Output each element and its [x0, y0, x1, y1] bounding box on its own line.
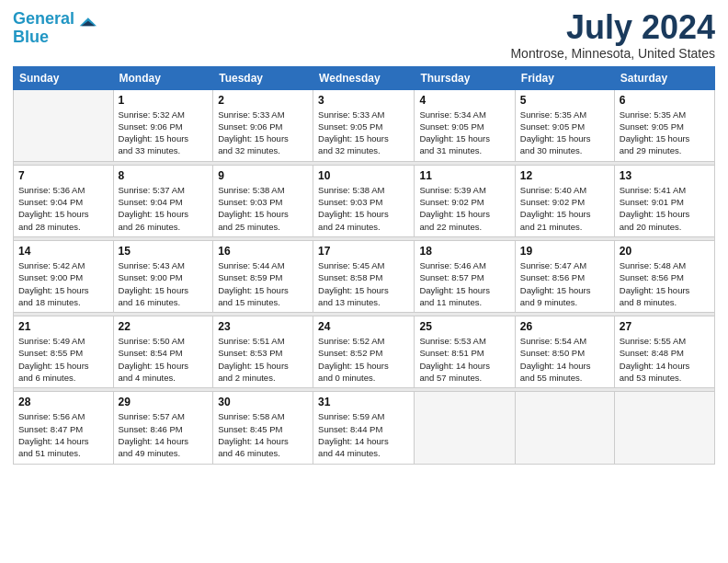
sunset-text: Sunset: 9:06 PM: [218, 121, 308, 132]
daylight-hours: and 8 minutes.: [620, 296, 710, 308]
day-info: Sunrise: 5:34 AMSunset: 9:05 PMDaylight:…: [419, 109, 509, 157]
calendar-title: July 2024: [510, 9, 715, 46]
day-info: Sunrise: 5:48 AMSunset: 8:56 PMDaylight:…: [620, 259, 710, 308]
daylight-hours: and 15 minutes.: [218, 296, 308, 308]
daylight-hours: and 44 minutes.: [318, 447, 409, 459]
table-row: 16Sunrise: 5:44 AMSunset: 8:59 PMDayligh…: [213, 240, 313, 312]
sunset-text: Sunset: 8:56 PM: [620, 271, 710, 283]
sunset-text: Sunset: 9:00 PM: [119, 271, 209, 283]
day-info: Sunrise: 5:58 AMSunset: 8:45 PMDaylight:…: [218, 410, 308, 459]
daylight-hours: and 11 minutes.: [419, 296, 509, 308]
sunset-text: Sunset: 8:44 PM: [318, 423, 409, 435]
sunrise-text: Sunrise: 5:33 AM: [318, 109, 409, 121]
day-number: 5: [520, 94, 609, 107]
table-row: [415, 392, 515, 464]
sunset-text: Sunset: 9:02 PM: [520, 196, 609, 208]
daylight-hours: and 30 minutes.: [520, 144, 609, 156]
sunrise-text: Sunrise: 5:43 AM: [119, 259, 209, 271]
table-row: 15Sunrise: 5:43 AMSunset: 9:00 PMDayligh…: [113, 240, 213, 312]
sunrise-text: Sunrise: 5:35 AM: [620, 109, 710, 121]
daylight-hours: and 24 minutes.: [318, 221, 409, 233]
day-number: 7: [18, 169, 108, 182]
sunrise-text: Sunrise: 5:52 AM: [318, 335, 409, 347]
daylight-text: Daylight: 15 hours: [218, 208, 308, 220]
table-row: 28Sunrise: 5:56 AMSunset: 8:47 PMDayligh…: [14, 392, 114, 464]
day-number: 6: [620, 94, 710, 107]
sunrise-text: Sunrise: 5:54 AM: [520, 335, 609, 347]
daylight-text: Daylight: 15 hours: [318, 360, 409, 372]
day-info: Sunrise: 5:52 AMSunset: 8:52 PMDaylight:…: [318, 335, 409, 384]
calendar-header-row: Sunday Monday Tuesday Wednesday Thursday…: [14, 66, 715, 89]
sunset-text: Sunset: 9:06 PM: [119, 121, 209, 132]
daylight-hours: and 25 minutes.: [218, 221, 308, 233]
sunrise-text: Sunrise: 5:53 AM: [419, 335, 509, 347]
col-monday: Monday: [113, 66, 213, 89]
day-number: 24: [318, 320, 409, 333]
calendar-week-row: 14Sunrise: 5:42 AMSunset: 9:00 PMDayligh…: [14, 240, 715, 312]
day-number: 23: [218, 320, 308, 333]
daylight-hours: and 16 minutes.: [119, 296, 209, 308]
sunrise-text: Sunrise: 5:50 AM: [119, 335, 209, 347]
col-friday: Friday: [515, 66, 614, 89]
day-info: Sunrise: 5:42 AMSunset: 9:00 PMDaylight:…: [18, 259, 108, 308]
col-saturday: Saturday: [614, 66, 714, 89]
sunset-text: Sunset: 8:57 PM: [419, 271, 509, 283]
day-info: Sunrise: 5:46 AMSunset: 8:57 PMDaylight:…: [419, 259, 509, 308]
sunset-text: Sunset: 9:04 PM: [119, 196, 209, 208]
daylight-hours: and 29 minutes.: [620, 144, 710, 156]
daylight-text: Daylight: 15 hours: [119, 208, 209, 220]
sunset-text: Sunset: 9:03 PM: [318, 196, 409, 208]
daylight-text: Daylight: 14 hours: [620, 360, 710, 372]
col-thursday: Thursday: [415, 66, 515, 89]
table-row: 24Sunrise: 5:52 AMSunset: 8:52 PMDayligh…: [313, 316, 415, 388]
day-info: Sunrise: 5:33 AMSunset: 9:05 PMDaylight:…: [318, 109, 409, 157]
day-info: Sunrise: 5:33 AMSunset: 9:06 PMDaylight:…: [218, 109, 308, 157]
page: General Blue July 2024 Montrose, Minneso…: [0, 0, 728, 563]
sunset-text: Sunset: 9:05 PM: [419, 121, 509, 132]
table-row: 22Sunrise: 5:50 AMSunset: 8:54 PMDayligh…: [113, 316, 213, 388]
daylight-text: Daylight: 15 hours: [520, 208, 609, 220]
daylight-hours: and 20 minutes.: [620, 221, 710, 233]
table-row: 30Sunrise: 5:58 AMSunset: 8:45 PMDayligh…: [213, 392, 313, 464]
table-row: 6Sunrise: 5:35 AMSunset: 9:05 PMDaylight…: [614, 89, 714, 161]
daylight-text: Daylight: 15 hours: [620, 208, 710, 220]
table-row: 5Sunrise: 5:35 AMSunset: 9:05 PMDaylight…: [515, 89, 614, 161]
day-info: Sunrise: 5:41 AMSunset: 9:01 PMDaylight:…: [620, 184, 710, 233]
sunrise-text: Sunrise: 5:37 AM: [119, 184, 209, 196]
sunrise-text: Sunrise: 5:49 AM: [18, 335, 108, 347]
calendar-week-row: 21Sunrise: 5:49 AMSunset: 8:55 PMDayligh…: [14, 316, 715, 388]
daylight-hours: and 46 minutes.: [218, 447, 308, 459]
daylight-hours: and 28 minutes.: [18, 221, 108, 233]
day-info: Sunrise: 5:37 AMSunset: 9:04 PMDaylight:…: [119, 184, 209, 233]
table-row: 29Sunrise: 5:57 AMSunset: 8:46 PMDayligh…: [113, 392, 213, 464]
day-number: 3: [318, 94, 409, 107]
daylight-hours: and 49 minutes.: [119, 447, 209, 459]
logo-text: General: [13, 10, 74, 29]
calendar-subtitle: Montrose, Minnesota, United States: [510, 46, 715, 61]
day-number: 12: [520, 169, 609, 182]
sunset-text: Sunset: 8:46 PM: [119, 423, 209, 435]
calendar-table: Sunday Monday Tuesday Wednesday Thursday…: [13, 66, 715, 465]
table-row: [14, 89, 114, 161]
daylight-text: Daylight: 15 hours: [419, 208, 509, 220]
daylight-text: Daylight: 15 hours: [119, 360, 209, 372]
sunrise-text: Sunrise: 5:32 AM: [119, 109, 209, 121]
day-info: Sunrise: 5:57 AMSunset: 8:46 PMDaylight:…: [119, 410, 209, 459]
sunrise-text: Sunrise: 5:35 AM: [520, 109, 609, 121]
day-number: 9: [218, 169, 308, 182]
logo-line2: Blue: [13, 28, 97, 47]
day-number: 20: [620, 245, 710, 258]
day-number: 8: [119, 169, 209, 182]
title-block: July 2024 Montrose, Minnesota, United St…: [510, 9, 715, 61]
day-info: Sunrise: 5:50 AMSunset: 8:54 PMDaylight:…: [119, 335, 209, 384]
daylight-text: Daylight: 15 hours: [419, 284, 509, 296]
table-row: 1Sunrise: 5:32 AMSunset: 9:06 PMDaylight…: [113, 89, 213, 161]
day-info: Sunrise: 5:36 AMSunset: 9:04 PMDaylight:…: [18, 184, 108, 233]
daylight-hours: and 55 minutes.: [520, 372, 609, 384]
daylight-text: Daylight: 15 hours: [620, 284, 710, 296]
sunset-text: Sunset: 8:45 PM: [218, 423, 308, 435]
table-row: 20Sunrise: 5:48 AMSunset: 8:56 PMDayligh…: [614, 240, 714, 312]
sunrise-text: Sunrise: 5:40 AM: [520, 184, 609, 196]
daylight-hours: and 32 minutes.: [318, 144, 409, 156]
day-number: 16: [218, 245, 308, 258]
